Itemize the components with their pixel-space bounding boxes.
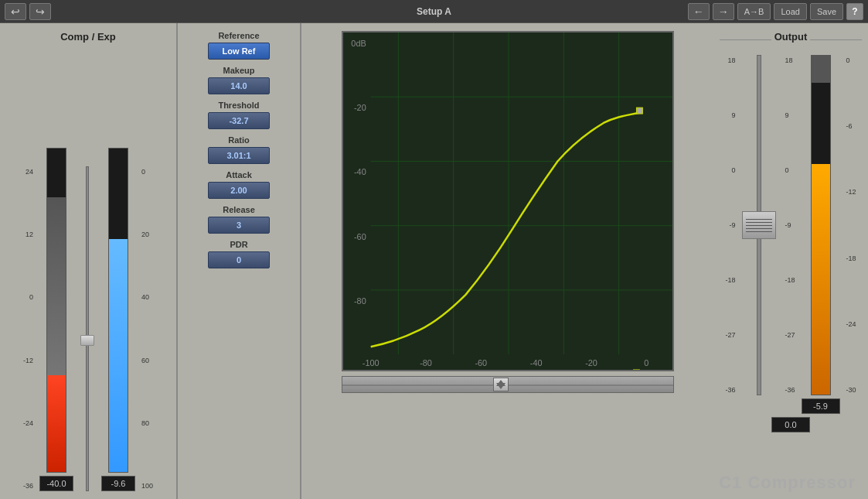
reference-button[interactable]: Low Ref (208, 43, 270, 60)
release-label: Release (223, 205, 255, 214)
svg-text:-20: -20 (354, 103, 366, 112)
left-scale: 24 12 0 -12 -24 -36 (23, 166, 33, 491)
main-content: Comp / Exp 24 12 0 -12 -24 -36 -40.0 (0, 23, 868, 499)
pdr-label: PDR (230, 240, 247, 249)
comp-exp-panel: Comp / Exp 24 12 0 -12 -24 -36 -40.0 (0, 23, 178, 499)
svg-text:-60: -60 (354, 232, 366, 241)
attack-group: Attack 2.00 (184, 170, 294, 199)
scrollbar-thumb[interactable] (493, 378, 509, 391)
help-button[interactable]: ? (846, 3, 863, 20)
threshold-value[interactable]: -32.7 (208, 112, 270, 129)
ratio-group: Ratio 3.01:1 (184, 135, 294, 164)
toolbar: ↩ ↪ Setup A ← → A→B Load Save ? (0, 0, 868, 23)
attack-value[interactable]: 2.00 (208, 182, 270, 199)
reference-label: Reference (218, 31, 259, 40)
release-group: Release 3 (184, 205, 294, 234)
undo-button[interactable]: ↩ (5, 3, 26, 20)
svg-text:-40: -40 (354, 167, 366, 176)
makeup-label: Makeup (223, 66, 255, 75)
svg-text:-20: -20 (585, 358, 597, 367)
output-mid-scale: 18 9 0 -9 -18 -27 -36 (785, 55, 795, 395)
graph-panel: 0dB -20 -40 -60 -80 -100 -80 -60 -40 -20… (301, 23, 713, 499)
svg-text:-60: -60 (475, 358, 487, 367)
svg-text:-80: -80 (420, 358, 432, 367)
ratio-label: Ratio (228, 135, 250, 145)
graph-svg: 0dB -20 -40 -60 -80 -100 -80 -60 -40 -20… (343, 32, 672, 370)
attack-label: Attack (226, 170, 252, 179)
gr-meter (46, 148, 66, 473)
scrollbar-thumb-icon (495, 378, 507, 391)
preset-name: Setup A (417, 6, 451, 17)
ratio-value[interactable]: 3.01:1 (208, 147, 270, 164)
transfer-graph[interactable]: 0dB -20 -40 -60 -80 -100 -80 -60 -40 -20… (342, 31, 674, 371)
load-button[interactable]: Load (774, 3, 806, 20)
svg-text:-40: -40 (529, 358, 542, 367)
svg-text:0: 0 (644, 358, 648, 367)
output-left-scale: 18 9 0 -9 -18 -27 -36 (725, 55, 735, 395)
graph-scrollbar[interactable] (342, 376, 674, 393)
threshold-group: Threshold -32.7 (184, 101, 294, 129)
output-right-scale: 0 -6 -12 -18 -24 -30 (846, 55, 856, 395)
level-slider[interactable] (80, 166, 95, 491)
plugin-name: C1 Compressor (719, 473, 856, 493)
fader-thumb[interactable] (742, 211, 776, 239)
comp-exp-title: Comp / Exp (60, 31, 116, 43)
reference-group: Reference Low Ref (184, 31, 294, 60)
controls-panel: Reference Low Ref Makeup 14.0 Threshold … (178, 23, 301, 499)
release-value[interactable]: 3 (208, 217, 270, 234)
svg-rect-0 (343, 32, 672, 370)
ab-button[interactable]: A→B (737, 3, 771, 20)
gr-meter-value: -40.0 (39, 476, 73, 491)
svg-rect-21 (636, 108, 642, 114)
output-meter-bar (811, 55, 831, 395)
nav-prev-button[interactable]: ← (688, 3, 710, 20)
output-meter-value: -5.9 (802, 398, 840, 414)
svg-text:-100: -100 (362, 358, 379, 367)
meters-row: 24 12 0 -12 -24 -36 -40.0 (8, 49, 168, 491)
level-meter-value: -9.6 (101, 476, 135, 491)
output-title: Output (774, 31, 808, 43)
pdr-value[interactable]: 0 (208, 251, 270, 268)
makeup-value[interactable]: 14.0 (208, 77, 270, 94)
svg-text:-80: -80 (354, 296, 366, 306)
output-fader[interactable] (740, 55, 778, 395)
svg-text:0dB: 0dB (351, 39, 366, 48)
right-scale: 0 20 40 60 80 100 (141, 166, 153, 491)
threshold-label: Threshold (218, 101, 259, 110)
output-meters-row: 18 9 0 -9 -18 -27 -36 (725, 55, 856, 414)
nav-next-button[interactable]: → (713, 3, 734, 20)
level-meter (108, 148, 128, 473)
fader-value: 0.0 (771, 417, 810, 432)
makeup-group: Makeup 14.0 (184, 66, 294, 94)
pdr-group: PDR 0 (184, 240, 294, 268)
save-button[interactable]: Save (810, 3, 843, 20)
redo-button[interactable]: ↪ (29, 3, 51, 20)
output-panel: Output 18 9 0 -9 -18 -27 -36 (713, 23, 868, 499)
